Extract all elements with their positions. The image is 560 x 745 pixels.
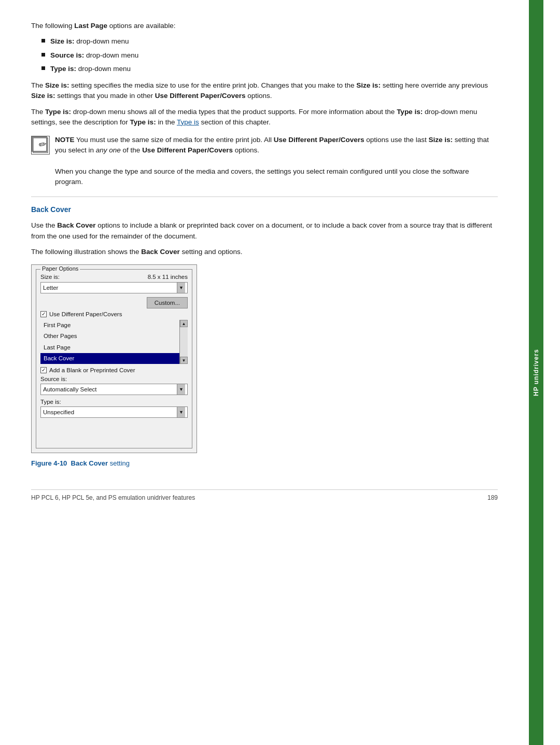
- listbox-items: First Page Other Pages Last Page Back Co…: [40, 320, 179, 364]
- list-item: Type is: drop-down menu: [41, 64, 498, 74]
- paper-options-group: Paper Options Size is: 8.5 x 11 inches L…: [36, 269, 192, 448]
- svg-rect-0: [33, 138, 48, 152]
- back-cover-para1: Use the Back Cover options to include a …: [31, 220, 498, 242]
- source-dropdown[interactable]: Automatically Select ▼: [40, 384, 188, 395]
- footer-right: 189: [487, 494, 498, 501]
- footer-left: HP PCL 6, HP PCL 5e, and PS emulation un…: [31, 494, 195, 501]
- size-paragraph: The Size is: setting specifies the media…: [31, 80, 498, 102]
- add-blank-label: Add a Blank or Preprinted Cover: [49, 367, 135, 373]
- figure-caption: Figure 4-10 Back Cover setting: [31, 458, 498, 469]
- list-item-last-page[interactable]: Last Page: [40, 342, 179, 353]
- type-dropdown-arrow: ▼: [177, 407, 185, 417]
- svg-rect-1: [32, 137, 47, 151]
- list-item-other-pages[interactable]: Other Pages: [40, 331, 179, 342]
- scroll-up-arrow[interactable]: ▲: [180, 320, 188, 327]
- custom-button[interactable]: Custom...: [147, 297, 188, 308]
- dialog-bottom-space: [40, 418, 188, 444]
- type-paragraph: The Type is: drop-down menu shows all of…: [31, 107, 498, 128]
- note-text: NOTE You must use the same size of media…: [55, 135, 498, 187]
- dialog-group-label: Paper Options: [40, 265, 80, 272]
- dialog-box: Paper Options Size is: 8.5 x 11 inches L…: [31, 264, 197, 453]
- type-is-link[interactable]: Type is: [177, 118, 199, 126]
- note-svg: ✏: [32, 136, 49, 154]
- figure-caption-text: Back Cover: [71, 459, 108, 467]
- bullet-icon: [41, 53, 45, 57]
- right-tab: HP unidrivers: [529, 0, 543, 745]
- source-label: Source is:: [40, 376, 188, 382]
- section-heading: Back Cover: [31, 204, 498, 215]
- back-cover-section: Back Cover Use the Back Cover options to…: [31, 204, 498, 468]
- list-item: Source is: drop-down menu: [41, 50, 498, 61]
- add-blank-checkbox[interactable]: [40, 367, 47, 373]
- last-page-intro: The following Last Page options are avai…: [31, 21, 498, 31]
- use-different-label: Use Different Paper/Covers: [49, 311, 122, 317]
- bullet-list: Size is: drop-down menu Source is: drop-…: [41, 36, 498, 74]
- back-cover-para2: The following illustration shows the Bac…: [31, 247, 498, 257]
- bullet-icon: [41, 39, 45, 43]
- custom-btn-row: Custom...: [40, 296, 188, 308]
- use-different-checkbox[interactable]: [40, 311, 47, 317]
- footer: HP PCL 6, HP PCL 5e, and PS emulation un…: [31, 489, 498, 501]
- figure-caption-suffix: setting: [108, 459, 130, 467]
- letter-dropdown[interactable]: Letter ▼: [40, 282, 188, 293]
- letter-dropdown-arrow: ▼: [177, 283, 185, 293]
- section-divider: [31, 196, 498, 197]
- size-row: Size is: 8.5 x 11 inches: [40, 274, 188, 280]
- type-select-text: Unspecified: [43, 409, 177, 415]
- size-label: Size is:: [40, 274, 60, 280]
- list-item: Size is: drop-down menu: [41, 36, 498, 47]
- svg-text:✏: ✏: [38, 139, 47, 150]
- note-label: NOTE: [55, 136, 75, 144]
- letter-select-text: Letter: [43, 285, 177, 291]
- right-tab-label: HP unidrivers: [533, 349, 540, 396]
- source-dropdown-arrow: ▼: [177, 384, 185, 395]
- add-blank-checkbox-row: Add a Blank or Preprinted Cover: [40, 367, 188, 373]
- scroll-track: [180, 327, 188, 357]
- bullet-icon: [41, 66, 45, 70]
- note-icon: ✏: [31, 136, 50, 154]
- size-value: 8.5 x 11 inches: [148, 274, 188, 280]
- list-item-back-cover[interactable]: Back Cover: [40, 353, 179, 364]
- use-different-checkbox-row: Use Different Paper/Covers: [40, 311, 188, 317]
- figure-number: Figure 4-10: [31, 459, 67, 467]
- type-dropdown[interactable]: Unspecified ▼: [40, 406, 188, 418]
- list-item-first-page[interactable]: First Page: [40, 320, 179, 331]
- pages-listbox[interactable]: First Page Other Pages Last Page Back Co…: [40, 320, 188, 364]
- source-select-text: Automatically Select: [43, 386, 177, 392]
- type-label: Type is:: [40, 399, 188, 405]
- scroll-down-arrow[interactable]: ▼: [180, 357, 188, 364]
- main-content: The following Last Page options are avai…: [0, 0, 529, 745]
- note-box: ✏ NOTE You must use the same size of med…: [31, 135, 498, 187]
- listbox-scrollbar: ▲ ▼: [179, 320, 188, 364]
